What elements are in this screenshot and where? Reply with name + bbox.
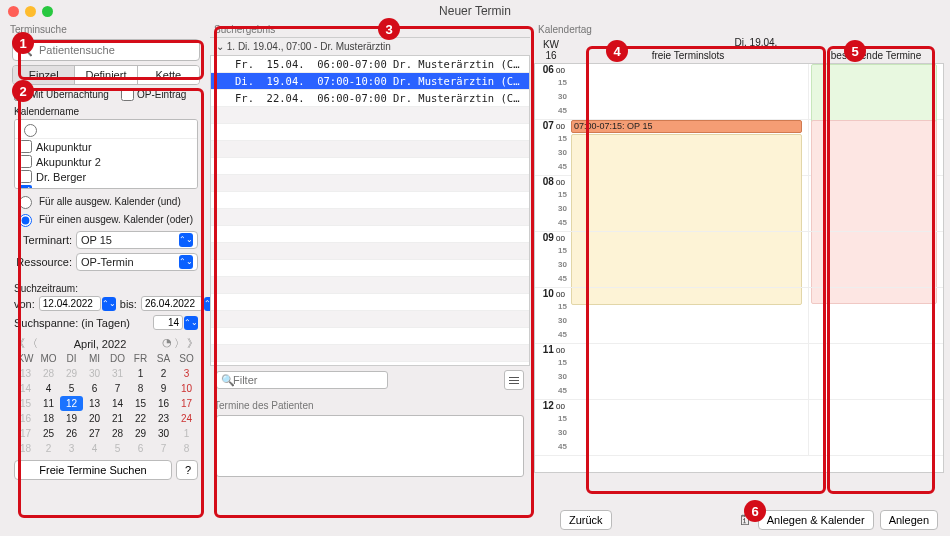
cal-month-label: April, 2022	[74, 338, 127, 350]
calendar-day[interactable]: 19	[60, 411, 83, 426]
calendar-day[interactable]: 26	[60, 426, 83, 441]
span-days[interactable]	[153, 315, 183, 330]
day-date: Di. 19.04.	[568, 37, 944, 48]
calendar-day[interactable]: 1	[175, 426, 198, 441]
calendar-day[interactable]: 7	[152, 441, 175, 456]
cal-prev-year-icon[interactable]: 《	[14, 336, 25, 351]
kalender-filter-radio[interactable]	[24, 124, 37, 137]
ressource-select[interactable]: OP-Termin⌃⌄	[76, 253, 198, 271]
calendar-day[interactable]: 29	[129, 426, 152, 441]
calendar-day[interactable]: 25	[37, 426, 60, 441]
mini-calendar: 《〈 April, 2022 ◔〉》 KWMODIMIDOFRSASO13282…	[14, 336, 198, 456]
calendar-day[interactable]: 15	[129, 396, 152, 411]
calendar-day[interactable]: 6	[83, 381, 106, 396]
calendar-day[interactable]: 3	[175, 366, 198, 381]
search-free-slots-button[interactable]: Freie Termine Suchen	[14, 460, 172, 480]
calendar-day[interactable]: 29	[60, 366, 83, 381]
search-icon: 🔍	[19, 44, 33, 57]
calendar-day[interactable]: 27	[83, 426, 106, 441]
kalender-label: Kalendername	[6, 104, 206, 117]
calendar-day[interactable]: 11	[37, 396, 60, 411]
calendar-day[interactable]: 4	[83, 441, 106, 456]
col-free-header: freie Terminslots	[568, 48, 808, 63]
calendar-day[interactable]: 2	[152, 366, 175, 381]
calendar-day[interactable]: 9	[152, 381, 175, 396]
calendar-day[interactable]: 8	[129, 381, 152, 396]
search-section-label: Terminsuche	[6, 22, 206, 37]
patient-appts-box	[216, 415, 524, 477]
calendar-day[interactable]: 28	[37, 366, 60, 381]
zoom-window[interactable]	[42, 6, 53, 17]
cal-next-year-icon[interactable]: 》	[187, 336, 198, 351]
kalender-list[interactable]: Akupunktur Akupunktur 2 Dr. Berger Dr. M…	[14, 119, 198, 189]
tab-kette[interactable]: Kette	[138, 66, 199, 84]
calendar-day[interactable]: 7	[106, 381, 129, 396]
calendar-day[interactable]: 20	[83, 411, 106, 426]
chk-op[interactable]: OP-Eintrag	[121, 88, 186, 101]
ressource-label: Ressource:	[14, 256, 72, 268]
list-item[interactable]: Dr. Musterärztin	[15, 184, 197, 189]
radio-all-calendars[interactable]: Für alle ausgew. Kalender (und)	[14, 193, 198, 209]
to-date[interactable]	[141, 296, 203, 311]
calendar-day[interactable]: 16	[152, 396, 175, 411]
window-title: Neuer Termin	[439, 4, 511, 18]
list-item[interactable]: Akupunktur	[15, 139, 197, 154]
calendar-day[interactable]: 18	[37, 411, 60, 426]
chk-overnight[interactable]: Mit Übernachtung	[14, 88, 109, 101]
tab-definiert[interactable]: Definiert	[75, 66, 137, 84]
calendar-day[interactable]: 23	[152, 411, 175, 426]
calendar-day[interactable]: 30	[152, 426, 175, 441]
calendar-day[interactable]: 30	[83, 366, 106, 381]
calendar-day[interactable]: 22	[129, 411, 152, 426]
calendar-day[interactable]: 28	[106, 426, 129, 441]
calendar-day[interactable]: 8	[175, 441, 198, 456]
calendar-day[interactable]: 13	[83, 396, 106, 411]
calendar-day[interactable]: 14	[106, 396, 129, 411]
calendar-day[interactable]: 12	[60, 396, 83, 411]
result-row[interactable]: Fr. 15.04. 06:00-07:00 Dr. Musterärztin …	[211, 56, 529, 73]
calendar-day[interactable]: 2	[37, 441, 60, 456]
day-timegrid[interactable]: 06 0015304507 0015304507:00-07:15: OP 15…	[534, 63, 944, 473]
terminart-label: Terminart:	[14, 234, 72, 246]
results-label: Suchergebnis	[210, 22, 530, 37]
result-group-header[interactable]: ⌄ 1. Di. 19.04., 07:00 - Dr. Musterärzti…	[210, 37, 530, 56]
calendar-day[interactable]: 3	[60, 441, 83, 456]
terminart-select[interactable]: OP 15⌃⌄	[76, 231, 198, 249]
patient-search-field[interactable]: 🔍	[12, 39, 200, 61]
calendar-day[interactable]: 10	[175, 381, 198, 396]
calendar-day[interactable]: 6	[129, 441, 152, 456]
result-row[interactable]: Di. 19.04. 07:00-10:00 Dr. Musterärztin …	[211, 73, 529, 90]
suchzeitraum-label: Suchzeitraum:	[6, 273, 206, 294]
cal-today-icon[interactable]: ◔	[162, 336, 172, 351]
help-button[interactable]: ?	[176, 460, 198, 480]
filter-input[interactable]	[216, 371, 388, 389]
tab-einzel[interactable]: Einzel	[13, 66, 75, 84]
patient-search-input[interactable]	[37, 43, 193, 57]
calendar-day[interactable]: 4	[37, 381, 60, 396]
create-button[interactable]: Anlegen	[880, 510, 938, 530]
radio-one-calendar[interactable]: Für einen ausgew. Kalender (oder)	[14, 211, 198, 227]
from-date[interactable]	[39, 296, 101, 311]
op-slot-block[interactable]: 07:00-07:15: OP 15	[571, 120, 802, 133]
calendar-day[interactable]: 5	[60, 381, 83, 396]
list-item[interactable]: Akupunktur 2	[15, 154, 197, 169]
results-list[interactable]: Fr. 15.04. 06:00-07:00 Dr. Musterärztin …	[210, 56, 530, 366]
create-and-calendar-button[interactable]: Anlegen & Kalender	[758, 510, 874, 530]
calendar-day[interactable]: 31	[106, 366, 129, 381]
calendar-icon[interactable]: 🗓	[738, 512, 752, 528]
calendar-day[interactable]: 5	[106, 441, 129, 456]
calendar-day[interactable]: 21	[106, 411, 129, 426]
list-item[interactable]: Dr. Berger	[15, 169, 197, 184]
back-button[interactable]: Zurück	[560, 510, 612, 530]
cal-next-month-icon[interactable]: 〉	[174, 336, 185, 351]
close-window[interactable]	[8, 6, 19, 17]
result-row[interactable]: Fr. 22.04. 06:00-07:00 Dr. Musterärztin …	[211, 90, 529, 107]
dayview-label: Kalendertag	[534, 22, 944, 37]
list-options-button[interactable]	[504, 370, 524, 390]
calendar-day[interactable]: 17	[175, 396, 198, 411]
minimize-window[interactable]	[25, 6, 36, 17]
calendar-day[interactable]: 24	[175, 411, 198, 426]
cal-prev-month-icon[interactable]: 〈	[27, 336, 38, 351]
calendar-day[interactable]: 1	[129, 366, 152, 381]
filter-icon: 🔍	[221, 374, 235, 387]
